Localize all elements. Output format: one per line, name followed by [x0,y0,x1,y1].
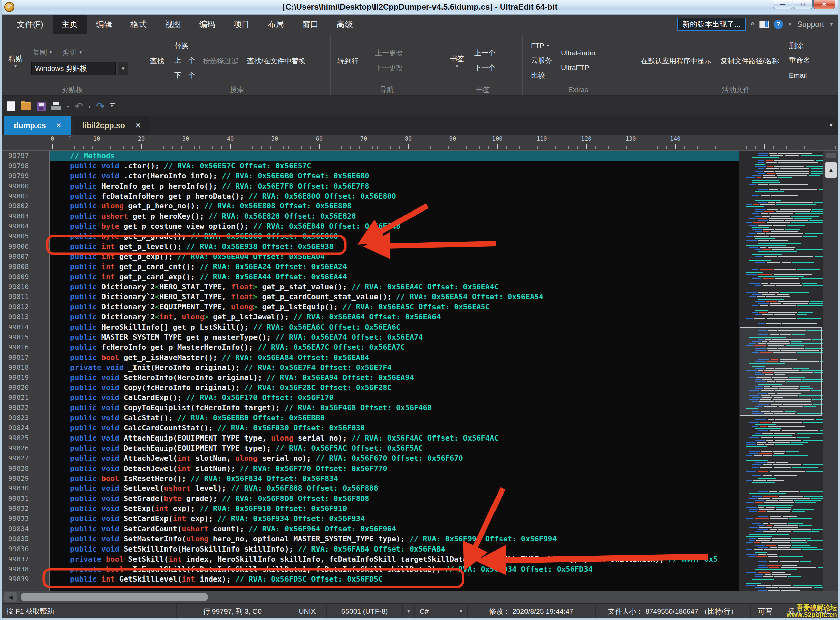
help-dropdown-icon[interactable]: ▼ [788,22,792,27]
code-line-99836[interactable]: public void SetSkillInfo(HeroSkillInfo s… [50,544,738,554]
code-line-99799[interactable]: public void .ctor(HeroInfo info); // RVA… [50,171,738,181]
menu-item-2[interactable]: 主页 [52,15,87,34]
code-line-99800[interactable]: public HeroInfo get_p_heroInfo(); // RVA… [50,181,738,191]
save-button[interactable] [37,102,46,111]
restore-button[interactable]: □ [793,0,813,9]
code-line-99803[interactable]: public ushort get_p_heroKey(); // RVA: 0… [50,211,738,221]
code-lines[interactable]: // Methodspublic void .ctor(); // RVA: 0… [50,151,738,591]
print-button-dropdown-icon[interactable]: ▾ [67,104,69,109]
redo-button[interactable]: ↷ [96,102,105,111]
code-line-99802[interactable]: public ulong get_p_hero_no(); // RVA: 0x… [50,201,738,211]
show-in-default-app-button[interactable]: 在默认应用程序中显示 [638,54,714,67]
combo-dropdown-icon[interactable]: ▼ [118,62,128,75]
line-ending[interactable]: UNIX [288,604,327,618]
code-line-99820[interactable]: public void Copy(fcHeroInfo original); /… [50,382,738,393]
forward-button[interactable] [365,62,368,74]
code-line-99809[interactable]: public int get_p_card_exp(); // RVA: 0x5… [50,272,738,282]
code-line-99808[interactable]: public int get_p_card_cnt(); // RVA: 0x5… [50,262,738,272]
minimap-viewport[interactable] [740,327,822,415]
close-button[interactable]: × [813,0,835,9]
code-line-99824[interactable]: public void CalcCardCountStat(); // RVA:… [50,423,738,433]
minimap[interactable] [738,151,824,591]
menu-item-4[interactable]: 格式 [122,15,156,34]
menu-item-10[interactable]: 高级 [328,15,362,34]
code-line-99801[interactable]: public fcDataInfoHero get_p_heroData(); … [50,191,738,202]
replace-button[interactable]: 替换 [170,39,197,52]
code-line-99827[interactable]: public void AttachJewel(int slotNum, ulo… [50,453,738,463]
syntax-dropdown[interactable]: ▼ [455,604,468,618]
new-version-button[interactable]: 新的版本出现了... [677,18,746,31]
tab-close-icon[interactable]: ✕ [56,122,62,129]
layout-icon[interactable] [759,21,769,28]
email-button[interactable]: Email [785,69,812,82]
delete-button[interactable]: 删除 [785,39,812,52]
code-line-99805[interactable]: public byte get_p_grade(); // RVA: 0x56E… [50,232,738,242]
print-button[interactable] [51,102,62,111]
next-bookmark-button[interactable]: 下一个 [470,62,497,74]
ultraftp-button[interactable]: UltraFTP [557,62,597,74]
horizontal-scrollbar[interactable]: ◀ [2,591,838,603]
syntax-language[interactable]: C# [415,604,455,618]
toolbar-options-button[interactable] [110,102,115,110]
code-line-99828[interactable]: public void DetachJewel(int slotNum); //… [50,463,738,474]
code-line-99804[interactable]: public byte get_p_costume_view_option();… [50,221,738,232]
code-line-99819[interactable]: public void SetHeroInfo(HeroInfo origina… [50,373,738,383]
compare-button[interactable]: 比较 [527,69,554,82]
scroll-left-button[interactable]: ◀ [4,592,17,602]
code-line-99839[interactable]: public int GetSkillLevel(int index); // … [50,574,738,584]
code-line-99812[interactable]: public Dictionary`2<EQUIPMENT_TYPE, ulon… [50,302,738,312]
code-line-99816[interactable]: public fcHeroInfo get_p_MasterHeroInfo()… [50,342,738,352]
cloud-services-button[interactable]: 云服务 [527,54,554,67]
previous-bookmark-button[interactable]: 上一个 [470,47,497,59]
copy-file-path-button[interactable]: 复制文件路径/名称 [718,54,782,67]
code-line-99797[interactable]: // Methods [50,151,738,161]
code-line-99811[interactable]: public Dictionary`2<HERO_STAT_TYPE, floa… [50,292,738,302]
horizontal-scroll-thumb[interactable] [21,593,208,602]
code-line-99822[interactable]: public void CopyToEquipList(fcHeroInfo t… [50,403,738,413]
code-line-99837[interactable]: private bool SetSkill(int index, HeroSki… [50,554,738,564]
code-line-99814[interactable]: public HeroSkillInfo[] get_p_LstSkill();… [50,322,738,332]
menu-item-9[interactable]: 窗口 [293,15,328,34]
help-icon[interactable]: ? [774,20,783,29]
menu-item-5[interactable]: 视图 [156,15,190,34]
undo-button-dropdown-icon[interactable]: ▾ [88,104,91,109]
bookmark-button[interactable]: 书签▾ [447,51,467,69]
code-line-99815[interactable]: public MASTER_SYSTEM_TYPE get_p_masterTy… [50,332,738,342]
menu-item-6[interactable]: 编码 [190,15,225,34]
minimize-button[interactable]: — [773,0,792,9]
code-line-99826[interactable]: public void DetachEquip(EQUIPMENT_TYPE t… [50,443,738,453]
vertical-scrollbar[interactable]: ▲ [824,151,838,591]
code-line-99825[interactable]: public void AttachEquip(EQUIPMENT_TYPE t… [50,433,738,443]
code-line-99810[interactable]: public Dictionary`2<HERO_STAT_TYPE, floa… [50,282,738,292]
code-line-99831[interactable]: public void SetGrade(byte grade); // RVA… [50,494,738,504]
open-file-button[interactable] [21,102,32,110]
rename-button[interactable]: 重命名 [785,54,812,67]
file-tab-dump-cs[interactable]: dump.cs✕ [4,116,71,135]
goto-line-button[interactable]: 转到行 [335,54,362,67]
menu-item-1[interactable]: 文件(F) [8,15,52,34]
code-line-99834[interactable]: public void SetCardCount(ushort count); … [50,524,738,534]
code-line-99807[interactable]: public int get_p_exp(); // RVA: 0x56EA04… [50,252,738,262]
code-line-99813[interactable]: public Dictionary`2<int, ulong> get_p_ls… [50,312,738,322]
code-line-99818[interactable]: private void _Init(HeroInfo original); /… [50,363,738,373]
scroll-up-button[interactable]: ▲ [825,162,837,178]
code-line-99835[interactable]: public void SetMasterInfo(ulong hero_no,… [50,534,738,544]
menu-item-8[interactable]: 布局 [259,15,293,34]
new-file-button[interactable] [7,101,15,111]
find-next-button[interactable]: 下一个 [170,69,197,82]
paste-button[interactable]: 粘贴▾ [6,51,25,69]
code-line-99833[interactable]: public void SetCardExp(int exp); // RVA:… [50,514,738,524]
tab-list-dropdown-icon[interactable]: ▼ [828,122,838,128]
code-line-99817[interactable]: public bool get_p_isHaveMaster(); // RVA… [50,352,738,363]
code-line-99829[interactable]: public bool IsResetHero(); // RVA: 0x56F… [50,474,738,484]
encoding[interactable]: 65001 (UTF-8) [327,604,403,618]
find-prev-button[interactable]: 上一个 [170,54,197,67]
file-tab-libil2cpp-so[interactable]: libil2cpp.so✕ [73,116,150,135]
find-in-files-button[interactable]: 查找/在文件中替换 [244,54,308,67]
code-line-99832[interactable]: public void SetExp(int exp); // RVA: 0x5… [50,504,738,514]
code-line-99798[interactable]: public void .ctor(); // RVA: 0x56E57C Of… [50,161,738,171]
support-menu[interactable]: Support [797,20,825,29]
find-button[interactable]: 查找 [147,54,167,67]
back-button[interactable] [365,47,368,59]
clipboard-selector[interactable]: Windows 剪贴板▼ [28,62,128,75]
